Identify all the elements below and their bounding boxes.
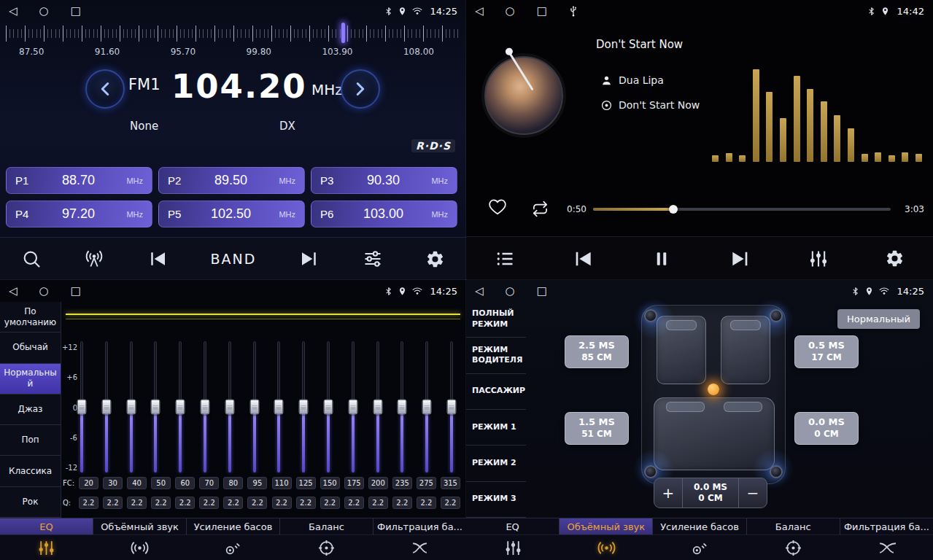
delay-front-right[interactable]: 0.5 MS 17 СМ [794, 335, 859, 368]
tab-icon-surround[interactable] [560, 535, 653, 560]
tab-icon-balance[interactable] [746, 535, 840, 560]
speaker-front-right[interactable] [770, 309, 783, 322]
surround-mode-item[interactable]: РЕЖИМ 1 [466, 410, 526, 446]
eq-preset-item[interactable]: Нормальный [0, 364, 61, 394]
settings-button[interactable] [425, 249, 445, 269]
speaker-rear-left[interactable] [644, 465, 657, 478]
tab-icon-eq[interactable] [466, 535, 560, 560]
back-icon[interactable]: ◁ [9, 6, 18, 17]
delay-decrease-button[interactable]: − [739, 478, 767, 508]
surround-mode-item[interactable]: ПОЛНЫЙ РЕЖИМ [466, 302, 526, 338]
radio-preset-button[interactable]: P6 103.00 MHz [311, 201, 457, 228]
recents-icon[interactable]: □ [71, 6, 81, 17]
progress-thumb[interactable] [669, 205, 678, 214]
audio-tab[interactable]: Баланс [747, 518, 840, 534]
recents-icon[interactable]: □ [537, 286, 547, 297]
eq-band-slider[interactable] [372, 341, 384, 472]
audio-tab[interactable]: Усиление басов [187, 518, 280, 534]
slider-thumb[interactable] [274, 400, 284, 415]
favorite-button[interactable] [488, 198, 507, 215]
slider-thumb[interactable] [77, 400, 87, 415]
surround-mode-item[interactable]: РЕЖИМ 3 [466, 482, 526, 518]
delay-increase-button[interactable]: + [654, 478, 682, 508]
tab-icon-filter[interactable] [840, 535, 933, 560]
eq-band-slider[interactable] [298, 341, 309, 472]
eq-band-slider[interactable] [199, 341, 211, 472]
audio-tab[interactable]: Баланс [280, 518, 373, 534]
slider-thumb[interactable] [348, 400, 357, 415]
eq-band-slider[interactable] [174, 341, 186, 472]
eq-preset-item[interactable]: Поп [0, 425, 61, 456]
slider-thumb[interactable] [299, 400, 309, 415]
next-track-button[interactable] [729, 247, 752, 271]
slider-thumb[interactable] [446, 400, 456, 415]
tuner-position-indicator[interactable] [341, 23, 345, 43]
speaker-rear-right[interactable] [770, 465, 783, 478]
eq-band-slider[interactable] [322, 341, 334, 472]
eq-band-slider[interactable] [76, 341, 88, 472]
delay-rear-left[interactable]: 1.5 MS 51 СМ [565, 412, 629, 445]
pause-button[interactable] [651, 248, 673, 270]
audio-tab[interactable]: Фильтрация ба... [373, 518, 466, 534]
home-icon[interactable]: ○ [506, 286, 515, 297]
home-icon[interactable]: ○ [39, 6, 49, 17]
delay-front-left[interactable]: 2.5 MS 85 СМ [565, 335, 629, 368]
slider-thumb[interactable] [422, 400, 432, 415]
audio-tab[interactable]: EQ [0, 518, 93, 534]
tab-icon-bass[interactable] [187, 535, 280, 560]
eq-band-slider[interactable] [446, 341, 457, 472]
slider-thumb[interactable] [225, 400, 234, 415]
slider-thumb[interactable] [101, 400, 111, 415]
audio-tab[interactable]: Усиление басов [653, 518, 746, 534]
audio-mixer-button[interactable] [808, 249, 829, 269]
tab-icon-filter[interactable] [373, 535, 466, 560]
eq-band-slider[interactable] [396, 341, 408, 472]
tune-down-button[interactable] [85, 69, 125, 109]
audio-tab[interactable]: Фильтрация ба... [840, 518, 933, 534]
slider-thumb[interactable] [249, 400, 259, 415]
audio-tab[interactable]: Объёмный звук [560, 518, 653, 534]
tab-icon-balance[interactable] [279, 535, 373, 560]
eq-band-slider[interactable] [224, 341, 236, 472]
eq-preset-item[interactable]: Джаз [0, 394, 61, 425]
surround-mode-item[interactable]: РЕЖИМ 2 [466, 446, 526, 481]
eq-preset-item[interactable]: Рок [0, 487, 61, 518]
delay-rear-right[interactable]: 0.0 MS 0 СМ [794, 412, 859, 445]
surround-mode-item[interactable]: ПАССАЖИР [466, 374, 526, 410]
recents-icon[interactable]: □ [71, 286, 81, 297]
slider-thumb[interactable] [151, 400, 160, 415]
playlist-button[interactable] [495, 249, 515, 269]
eq-preset-item[interactable]: Классика [0, 456, 61, 486]
tab-icon-surround[interactable] [93, 535, 187, 560]
eq-band-slider[interactable] [249, 341, 260, 472]
frequency-ruler[interactable] [6, 24, 459, 44]
radio-preset-button[interactable]: P1 88.70 MHz [6, 167, 152, 194]
eq-band-slider[interactable] [347, 341, 359, 472]
surround-preset-button[interactable]: Нормальный [837, 309, 920, 329]
repeat-button[interactable] [532, 201, 549, 217]
previous-station-button[interactable] [147, 248, 169, 270]
speaker-front-left[interactable] [644, 309, 657, 322]
audio-tab[interactable]: EQ [466, 518, 560, 534]
tab-icon-bass[interactable] [653, 535, 746, 560]
radio-preset-button[interactable]: P4 97.20 MHz [6, 201, 152, 228]
eq-band-slider[interactable] [150, 341, 161, 472]
tune-up-button[interactable] [341, 69, 380, 109]
eq-band-slider[interactable] [125, 341, 137, 472]
slider-thumb[interactable] [176, 400, 185, 415]
previous-track-button[interactable] [571, 247, 595, 271]
eq-preset-item[interactable]: Обычай [0, 332, 61, 363]
home-icon[interactable]: ○ [506, 6, 515, 17]
eq-band-slider[interactable] [421, 341, 433, 472]
eq-preset-item[interactable]: По умолчанию [0, 302, 61, 332]
settings-button[interactable] [885, 249, 905, 268]
surround-mode-item[interactable]: РЕЖИМ ВОДИТЕЛЯ [466, 338, 526, 373]
home-icon[interactable]: ○ [39, 286, 49, 297]
radio-preset-button[interactable]: P3 90.30 MHz [311, 167, 457, 194]
back-icon[interactable]: ◁ [475, 6, 484, 17]
eq-band-slider[interactable] [273, 341, 284, 472]
radio-preset-button[interactable]: P2 89.50 MHz [158, 167, 305, 194]
scan-button[interactable] [21, 249, 42, 269]
slider-thumb[interactable] [398, 400, 407, 415]
audio-tab[interactable]: Объёмный звук [93, 518, 187, 534]
